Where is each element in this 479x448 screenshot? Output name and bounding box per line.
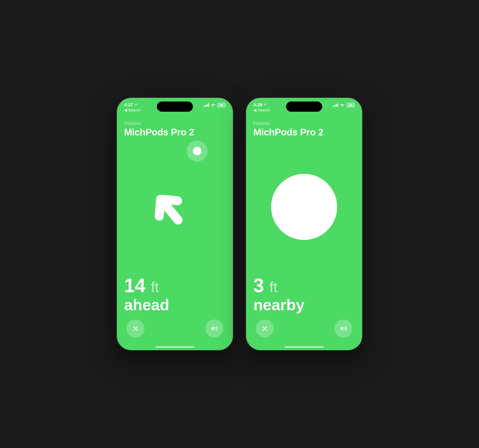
- phone-1: 4:27 ↗ ◀ Search 65 FINDING MichPods Pr: [116, 97, 233, 351]
- wifi-icon-2: [340, 103, 345, 107]
- distance-unit-1: ft: [151, 279, 159, 295]
- content-1: FINDING MichPods Pro 2 14: [117, 115, 233, 350]
- close-icon-1: [132, 325, 139, 332]
- direction-text-1: ahead: [124, 296, 226, 313]
- close-button-1[interactable]: [127, 319, 145, 338]
- direction-arrow-1: [145, 177, 205, 237]
- status-left-2: 4:28 ↗ ◀ Search: [253, 102, 270, 113]
- bottom-buttons-1: [124, 319, 226, 338]
- back-button-2[interactable]: ◀ Search: [253, 108, 270, 113]
- close-button-2[interactable]: [256, 319, 274, 338]
- location-arrow-2: ↗: [264, 103, 266, 107]
- dynamic-island-1: [157, 101, 193, 112]
- status-time-1: 4:27 ↗: [124, 102, 137, 107]
- distance-section-2: 3 ft nearby: [253, 276, 355, 319]
- time-text-2: 4:28: [253, 102, 262, 107]
- content-2: FINDING MichPods Pro 2 3 ft nearby: [246, 115, 362, 350]
- device-name-2: MichPods Pro 2: [253, 127, 355, 138]
- location-arrow-1: ↗: [134, 103, 137, 107]
- time-text-1: 4:27: [124, 102, 133, 107]
- sound-button-1[interactable]: [205, 319, 223, 338]
- distance-line-1: 14 ft: [124, 276, 226, 295]
- back-button-1[interactable]: ◀ Search: [124, 108, 141, 113]
- dynamic-island-2: [286, 101, 322, 112]
- dot-indicator-1: [187, 141, 208, 162]
- distance-value-1: 14: [124, 275, 145, 296]
- arrow-container-1: [145, 177, 205, 237]
- bottom-buttons-2: [253, 319, 355, 338]
- distance-section-1: 14 ft ahead: [124, 276, 226, 319]
- signal-bars-2: [333, 103, 338, 107]
- finding-label-2: FINDING: [253, 121, 355, 126]
- status-time-2: 4:28 ↗: [253, 102, 266, 107]
- status-left-1: 4:27 ↗ ◀ Search: [124, 102, 141, 113]
- wifi-icon-1: [211, 103, 215, 107]
- sound-button-2[interactable]: [334, 319, 352, 338]
- finding-label-1: FINDING: [124, 121, 226, 126]
- device-name-1: MichPods Pro 2: [124, 127, 226, 138]
- speaker-icon-1: [211, 325, 218, 332]
- signal-bars-1: [203, 103, 209, 107]
- home-indicator-1: [155, 346, 194, 348]
- phone-2: 4:28 ↗ ◀ Search 64 FINDING MichPods Pr: [246, 97, 363, 351]
- distance-value-2: 3: [253, 275, 264, 296]
- home-indicator-2: [285, 346, 324, 348]
- viz-area-1: [124, 138, 226, 276]
- close-icon-2: [261, 325, 268, 332]
- speaker-icon-2: [340, 325, 347, 332]
- battery-icon-2: 64: [346, 103, 355, 107]
- direction-text-2: nearby: [253, 296, 355, 313]
- distance-line-2: 3 ft: [253, 276, 355, 295]
- status-right-1: 65: [203, 102, 226, 107]
- distance-unit-2: ft: [269, 279, 277, 295]
- status-right-2: 64: [333, 102, 355, 107]
- battery-icon-1: 65: [217, 103, 226, 107]
- viz-area-2: [253, 138, 355, 276]
- proximity-circle-2: [271, 174, 337, 240]
